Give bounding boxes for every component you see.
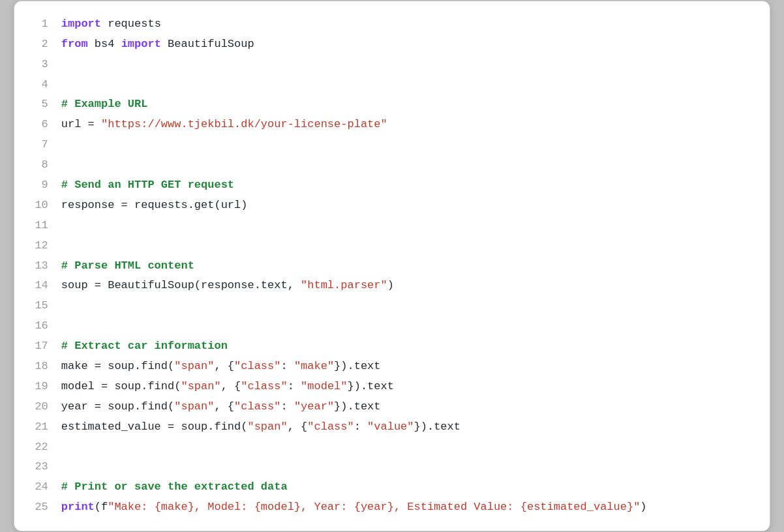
token-print-kw: print [61, 501, 95, 513]
line-content [61, 296, 754, 316]
token-string: "model" [301, 380, 347, 392]
code-line: 1import requests [30, 14, 754, 35]
code-line: 19model = soup.find("span", {"class": "m… [30, 377, 754, 397]
code-line: 6url = "https://www.tjekbil.dk/your-lice… [30, 115, 754, 135]
line-number: 5 [30, 95, 61, 115]
token-normal: estimated_value = soup.find( [61, 421, 248, 433]
line-number: 22 [30, 437, 61, 458]
line-content: # Extract car information [61, 336, 754, 357]
line-number: 25 [30, 497, 61, 518]
line-number: 4 [30, 75, 61, 95]
token-kw-from: from [61, 38, 88, 50]
token-normal: , { [288, 421, 308, 433]
token-comment: # Example URL [61, 98, 148, 110]
line-number: 13 [30, 256, 61, 276]
token-string: "span" [174, 360, 214, 372]
line-content [61, 316, 754, 336]
line-number: 2 [30, 35, 61, 55]
code-line: 21estimated_value = soup.find("span", {"… [30, 417, 754, 437]
code-line: 4 [30, 75, 754, 95]
token-string: "value" [367, 421, 414, 433]
line-content: # Send an HTTP GET request [61, 175, 754, 196]
token-normal: BeautifulSoup [161, 38, 254, 50]
code-block: 1import requests2from bs4 import Beautif… [30, 14, 754, 518]
line-number: 14 [30, 276, 61, 296]
line-number: 15 [30, 296, 61, 316]
code-line: 20year = soup.find("span", {"class": "ye… [30, 397, 754, 417]
code-line: 22 [30, 437, 754, 458]
token-comment: # Send an HTTP GET request [61, 179, 234, 191]
token-normal: , { [221, 380, 241, 392]
line-number: 16 [30, 316, 61, 336]
line-content: # Print or save the extracted data [61, 477, 754, 497]
line-number: 12 [30, 236, 61, 256]
token-normal: response = requests.get(url) [61, 199, 248, 211]
line-content [61, 437, 754, 458]
line-content [61, 236, 754, 256]
code-line: 2from bs4 import BeautifulSoup [30, 35, 754, 55]
token-string: "https://www.tjekbil.dk/your-license-pla… [101, 118, 387, 130]
line-number: 23 [30, 457, 61, 477]
code-line: 5# Example URL [30, 95, 754, 115]
line-content: make = soup.find("span", {"class": "make… [61, 357, 754, 377]
token-normal: year = soup.find( [61, 400, 174, 413]
token-string: "class" [307, 421, 354, 433]
line-content [61, 55, 754, 75]
line-content: # Example URL [61, 95, 754, 115]
code-line: 15 [30, 296, 754, 316]
token-string: "class" [234, 360, 280, 372]
token-normal: soup = BeautifulSoup(response.text, [61, 279, 301, 291]
code-line: 10response = requests.get(url) [30, 196, 754, 216]
line-content: import requests [61, 14, 754, 35]
line-content: model = soup.find("span", {"class": "mod… [61, 377, 754, 397]
token-normal: }).text [348, 380, 394, 392]
line-number: 18 [30, 357, 61, 377]
line-number: 1 [30, 14, 61, 35]
token-normal: ) [387, 279, 394, 291]
token-normal: , { [214, 400, 234, 413]
token-string: "span" [247, 421, 287, 433]
line-number: 6 [30, 115, 61, 135]
token-normal: bs4 [88, 38, 121, 50]
code-line: 14soup = BeautifulSoup(response.text, "h… [30, 276, 754, 296]
token-string: "class" [241, 380, 287, 392]
line-content: soup = BeautifulSoup(response.text, "htm… [61, 276, 754, 296]
token-normal: : [354, 421, 367, 433]
token-string: "class" [234, 400, 280, 413]
token-string: "year" [294, 400, 334, 413]
token-normal: : [280, 360, 294, 372]
line-content: year = soup.find("span", {"class": "year… [61, 397, 754, 417]
token-string: "Make: {make}, Model: {model}, Year: {ye… [108, 501, 640, 513]
token-normal: url = [61, 118, 101, 130]
token-normal: : [288, 380, 301, 392]
token-string: "make" [294, 360, 334, 372]
line-number: 24 [30, 477, 61, 497]
line-content [61, 457, 754, 477]
token-string: "span" [174, 400, 214, 413]
line-number: 7 [30, 135, 61, 155]
token-normal: ) [640, 501, 646, 513]
token-normal: model = soup.find( [61, 380, 181, 392]
line-content [61, 135, 754, 155]
code-line: 7 [30, 135, 754, 155]
line-content [61, 75, 754, 95]
token-kw-import: import [121, 38, 161, 50]
line-number: 9 [30, 175, 61, 196]
token-string: "html.parser" [301, 279, 387, 291]
token-string: "span" [181, 380, 220, 392]
line-number: 19 [30, 377, 61, 397]
code-line: 16 [30, 316, 754, 336]
code-line: 24# Print or save the extracted data [30, 477, 754, 497]
code-line: 12 [30, 236, 754, 256]
line-number: 8 [30, 155, 61, 175]
line-number: 11 [30, 216, 61, 236]
code-line: 23 [30, 457, 754, 477]
line-number: 21 [30, 417, 61, 437]
line-number: 10 [30, 196, 61, 216]
token-normal: }).text [414, 421, 460, 433]
code-line: 3 [30, 55, 754, 75]
code-line: 13# Parse HTML content [30, 256, 754, 276]
line-content [61, 155, 754, 175]
code-line: 18make = soup.find("span", {"class": "ma… [30, 357, 754, 377]
token-normal: }).text [334, 360, 380, 372]
